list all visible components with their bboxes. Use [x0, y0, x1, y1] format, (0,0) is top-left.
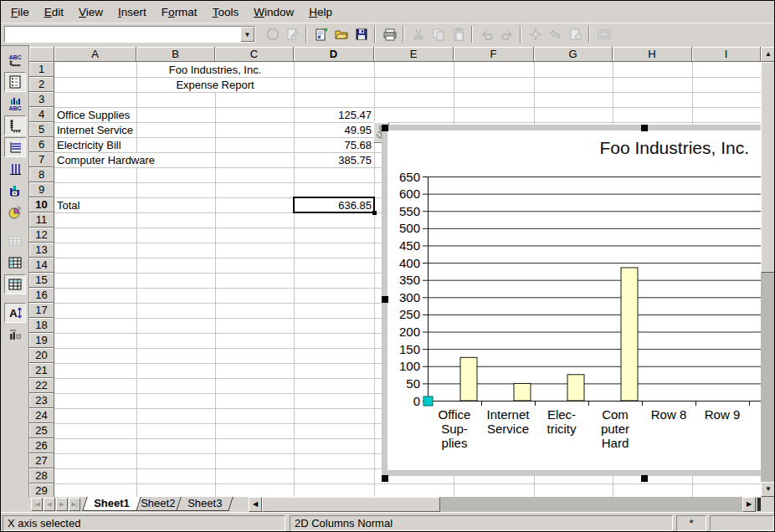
row-header-24[interactable]: 24 [29, 408, 54, 423]
row-header-29[interactable]: 29 [29, 483, 54, 497]
row-header-22[interactable]: 22 [29, 378, 54, 393]
axes-title-icon[interactable]: ABC [4, 94, 26, 114]
column-header-H[interactable]: H [613, 47, 692, 62]
row-header-26[interactable]: 26 [29, 438, 54, 453]
row-header-14[interactable]: 14 [29, 258, 54, 273]
chart-plot-area[interactable]: 050100150200250300350400450500550600650O… [388, 154, 761, 473]
row-header-4[interactable]: 4 [29, 107, 54, 122]
horizontal-scrollbar[interactable]: ◀ ▶ [249, 497, 757, 512]
column-header-D[interactable]: D [294, 47, 374, 62]
sheet-nav-previous-icon[interactable]: ◀ [44, 498, 55, 511]
row-header-27[interactable]: 27 [29, 453, 54, 468]
scroll-left-icon[interactable]: ◀ [249, 497, 262, 512]
cell-B1[interactable]: Foo Industries, Inc. [137, 63, 293, 77]
row-header-5[interactable]: 5 [29, 122, 54, 137]
fill-handle[interactable] [372, 211, 377, 215]
data-in-columns-icon[interactable] [4, 274, 26, 294]
sheet-tab-sheet3[interactable]: Sheet3 [176, 497, 234, 511]
menu-help[interactable]: Help [301, 3, 340, 21]
cell-A4[interactable]: Office Supplies [55, 108, 131, 122]
menu-window[interactable]: Window [246, 3, 301, 21]
row-header-28[interactable]: 28 [29, 468, 54, 483]
chart-handle-bottom-left[interactable] [382, 475, 388, 482]
row-header-17[interactable]: 17 [29, 303, 54, 318]
menu-insert[interactable]: Insert [110, 3, 154, 21]
auto-layout-icon[interactable] [4, 325, 26, 345]
column-header-E[interactable]: E [374, 47, 454, 62]
horizontal-grid-icon[interactable] [4, 137, 26, 157]
name-box-input[interactable] [5, 27, 240, 42]
cell-D4[interactable]: 125.47 [295, 108, 373, 122]
row-header-3[interactable]: 3 [29, 92, 54, 107]
row-header-20[interactable]: 20 [29, 348, 54, 363]
row-header-23[interactable]: 23 [29, 393, 54, 408]
cell-A5[interactable]: Internet Service [55, 123, 135, 137]
embedded-chart-object[interactable]: Foo Industries, Inc. 0501001502002503003… [382, 125, 761, 476]
column-header-I[interactable]: I [692, 47, 761, 62]
row-header-13[interactable]: 13 [29, 243, 54, 258]
cell-B2[interactable]: Expense Report [137, 78, 293, 92]
column-header-C[interactable]: C [215, 47, 294, 62]
name-box[interactable]: ▼ [4, 26, 255, 43]
menu-file[interactable]: File [3, 3, 37, 21]
cell-D6[interactable]: 75.68 [295, 138, 373, 152]
vertical-grid-icon[interactable] [4, 159, 26, 179]
chart-type-icon[interactable] [4, 202, 26, 223]
cell-D5[interactable]: 49.95 [295, 123, 373, 137]
menu-format[interactable]: Format [154, 3, 205, 21]
row-header-8[interactable]: 8 [29, 167, 54, 182]
chart-handle-top-left[interactable] [382, 125, 388, 131]
spreadsheet-grid[interactable]: ABCDEFGHI 123456789101112131415161718192… [29, 47, 761, 497]
row-header-6[interactable]: 6 [29, 137, 54, 152]
print-icon[interactable] [381, 25, 399, 43]
column-header-B[interactable]: B [136, 47, 215, 62]
column-header-G[interactable]: G [534, 47, 613, 62]
chart-title-icon[interactable]: ABC [4, 50, 26, 70]
menu-tools[interactable]: Tools [205, 3, 247, 21]
row-header-16[interactable]: 16 [29, 288, 54, 303]
row-header-10[interactable]: 10 [29, 197, 54, 212]
chart-handle-bottom-middle[interactable] [641, 475, 648, 482]
scroll-down-icon[interactable]: ▼ [761, 482, 775, 497]
legend-icon[interactable] [4, 72, 26, 92]
sheet-tab-sheet1[interactable]: Sheet1 [82, 497, 141, 511]
row-header-9[interactable]: 9 [29, 182, 54, 197]
new-document-icon[interactable] [312, 25, 331, 43]
cell-D7[interactable]: 385.75 [295, 153, 373, 167]
row-header-12[interactable]: 12 [29, 228, 54, 243]
chart-handle-top-middle[interactable] [641, 125, 648, 131]
cell-A10[interactable]: Total [55, 198, 81, 212]
cell-A7[interactable]: Computer Hardware [55, 153, 157, 167]
menu-view[interactable]: View [71, 3, 110, 21]
column-header-F[interactable]: F [454, 47, 534, 62]
column-header-A[interactable]: A [54, 47, 136, 62]
chart-data-icon[interactable] [4, 181, 26, 201]
cell-A6[interactable]: Electricity Bill [55, 138, 123, 152]
row-header-15[interactable]: 15 [29, 273, 54, 288]
row-header-19[interactable]: 19 [29, 333, 54, 348]
open-icon[interactable] [332, 25, 351, 43]
select-all-corner[interactable] [29, 47, 54, 62]
name-box-dropdown-icon[interactable]: ▼ [240, 27, 254, 42]
menu-edit[interactable]: Edit [37, 3, 71, 21]
scroll-right-icon[interactable]: ▶ [742, 497, 756, 512]
row-header-11[interactable]: 11 [29, 212, 54, 228]
row-header-2[interactable]: 2 [29, 77, 54, 92]
chart-handle-left-middle[interactable] [382, 296, 388, 303]
vertical-scrollbar[interactable]: ▲ ▼ [761, 47, 775, 497]
sheet-nav-last-icon[interactable]: ▶| [69, 498, 80, 511]
row-header-21[interactable]: 21 [29, 363, 54, 378]
row-header-25[interactable]: 25 [29, 423, 54, 438]
data-in-rows-icon[interactable] [4, 253, 26, 273]
vertical-scroll-thumb[interactable] [761, 62, 775, 273]
sheet-nav-first-icon[interactable]: |◀ [31, 498, 43, 511]
tab-splitter-handle[interactable] [757, 498, 761, 511]
scroll-up-icon[interactable]: ▲ [761, 47, 775, 62]
row-header-18[interactable]: 18 [29, 318, 54, 333]
sheet-nav-next-icon[interactable]: ▶ [56, 498, 68, 511]
save-icon[interactable] [352, 25, 371, 43]
row-header-1[interactable]: 1 [29, 62, 54, 77]
horizontal-scroll-thumb[interactable] [262, 497, 440, 512]
row-header-7[interactable]: 7 [29, 152, 54, 167]
scale-text-icon[interactable]: A [4, 303, 26, 323]
